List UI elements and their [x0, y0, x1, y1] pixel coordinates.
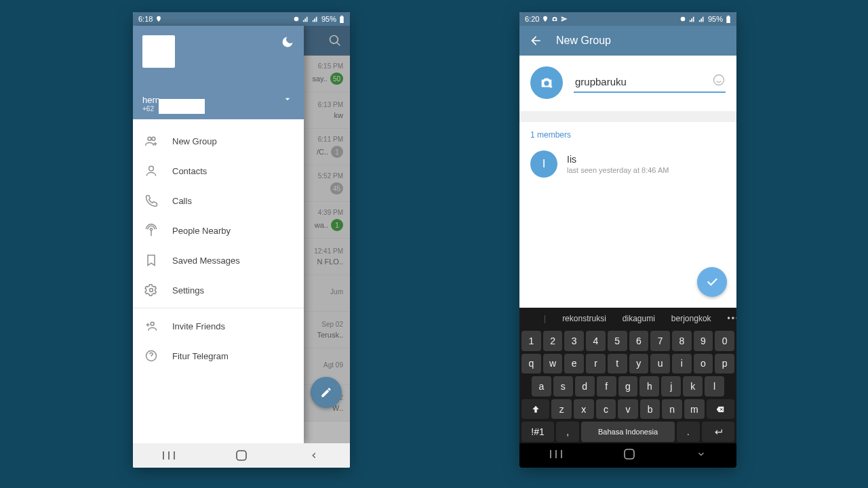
compose-fab[interactable] — [311, 377, 342, 408]
key-space[interactable]: Bahasa Indonesia — [581, 422, 674, 442]
emoji-button[interactable] — [712, 73, 726, 89]
status-battery: 95% — [321, 15, 336, 23]
key-2[interactable]: 2 — [543, 331, 563, 351]
location-icon — [542, 16, 549, 22]
menu-item-new-group[interactable]: New Group — [133, 126, 304, 156]
suggestion-2[interactable]: dikagumi — [623, 314, 655, 323]
key-x[interactable]: x — [574, 399, 594, 420]
menu-item-calls[interactable]: Calls — [133, 186, 304, 216]
key-k[interactable]: k — [683, 376, 703, 396]
key-b[interactable]: b — [640, 399, 660, 420]
member-row[interactable]: I Iis last seen yesterday at 8:46 AM — [519, 142, 736, 186]
key-3[interactable]: 3 — [564, 331, 584, 351]
navigation-drawer: hern +62 New GroupContactsCallsPeople Ne… — [133, 26, 304, 443]
send-icon — [561, 16, 568, 22]
set-photo-button[interactable] — [530, 66, 563, 99]
key-w[interactable]: w — [543, 354, 563, 374]
key-t[interactable]: t — [608, 354, 627, 374]
menu-item-invite-friends[interactable]: Invite Friends — [133, 311, 304, 341]
battery-icon — [726, 16, 731, 23]
back-button[interactable] — [307, 449, 321, 462]
menu-item-saved-messages[interactable]: Saved Messages — [133, 245, 304, 275]
key-o[interactable]: o — [694, 354, 713, 374]
key-e[interactable]: e — [564, 354, 584, 374]
pencil-icon — [320, 386, 332, 399]
avatar[interactable] — [142, 35, 175, 68]
key-v[interactable]: v — [618, 399, 638, 420]
signal-icon — [312, 16, 319, 22]
key-4[interactable]: 4 — [586, 331, 606, 351]
home-button[interactable] — [235, 449, 248, 462]
key-u[interactable]: u — [650, 354, 670, 374]
key-q[interactable]: q — [521, 354, 541, 374]
key-comma[interactable]: , — [556, 422, 579, 442]
key-p[interactable]: p — [715, 354, 734, 374]
svg-point-0 — [148, 137, 151, 140]
key-enter[interactable] — [702, 422, 734, 442]
key-a[interactable]: a — [532, 376, 551, 396]
keyboard-hide-button[interactable] — [696, 449, 706, 462]
key-d[interactable]: d — [575, 376, 595, 396]
key-5[interactable]: 5 — [608, 331, 627, 351]
suggestion-3[interactable]: berjongkok — [671, 314, 711, 323]
svg-point-1 — [152, 137, 155, 140]
status-battery: 95% — [708, 15, 723, 23]
recents-button[interactable] — [550, 449, 562, 462]
key-g[interactable]: g — [618, 376, 638, 396]
menu-item-fitur-telegram[interactable]: Fitur Telegram — [133, 341, 304, 371]
enter-icon — [713, 427, 724, 436]
svg-point-8 — [714, 75, 724, 85]
key-7[interactable]: 7 — [650, 331, 670, 351]
group-name-input[interactable] — [574, 73, 726, 93]
key-z[interactable]: z — [551, 399, 572, 420]
key-0[interactable]: 0 — [715, 331, 734, 351]
camera-icon — [551, 16, 558, 22]
svg-point-5 — [151, 322, 154, 325]
key-s[interactable]: s — [553, 376, 573, 396]
key-8[interactable]: 8 — [672, 331, 692, 351]
camera-plus-icon — [539, 75, 554, 90]
help-icon — [144, 348, 159, 363]
status-bar: 6:18 95% — [133, 12, 350, 26]
nearby-icon — [144, 223, 159, 238]
call-icon — [144, 193, 159, 208]
key-backspace[interactable] — [707, 399, 734, 420]
key-j[interactable]: j — [661, 376, 681, 396]
confirm-fab[interactable] — [697, 267, 727, 297]
back-arrow-icon[interactable] — [529, 34, 542, 47]
group-name-section — [519, 56, 736, 111]
members-count: 1 members — [530, 130, 726, 140]
menu-item-settings[interactable]: Settings — [133, 275, 304, 305]
menu-item-people-nearby[interactable]: People Nearby — [133, 216, 304, 245]
menu-item-label: New Group — [172, 136, 217, 146]
key-h[interactable]: h — [639, 376, 659, 396]
phone-left: 6:18 95% 6:15 PMsay..506:13 PMkw6:11 PM/… — [133, 12, 350, 468]
key-r[interactable]: r — [586, 354, 606, 374]
key-i[interactable]: i — [672, 354, 692, 374]
battery-icon — [339, 16, 344, 23]
key-6[interactable]: 6 — [629, 331, 649, 351]
menu-item-contacts[interactable]: Contacts — [133, 156, 304, 186]
key-9[interactable]: 9 — [694, 331, 713, 351]
key-1[interactable]: 1 — [521, 331, 541, 351]
key-c[interactable]: c — [596, 399, 616, 420]
recents-button[interactable] — [162, 449, 176, 462]
key-f[interactable]: f — [597, 376, 616, 396]
key-m[interactable]: m — [684, 399, 705, 420]
drawer-menu: New GroupContactsCallsPeople NearbySaved… — [133, 119, 304, 378]
smile-icon — [712, 73, 726, 87]
key-period[interactable]: . — [677, 422, 700, 442]
suggestion-1[interactable]: rekonstruksi — [562, 314, 606, 323]
members-header: 1 members — [519, 122, 736, 142]
night-mode-toggle[interactable] — [281, 35, 294, 52]
key-shift[interactable] — [521, 399, 549, 420]
more-suggestions[interactable]: ••• — [728, 314, 736, 323]
member-avatar: I — [530, 150, 557, 178]
member-name: Iis — [567, 154, 669, 165]
key-y[interactable]: y — [629, 354, 649, 374]
key-l[interactable]: l — [705, 376, 724, 396]
account-switcher[interactable] — [282, 94, 293, 107]
key-n[interactable]: n — [662, 399, 682, 420]
key-symbols[interactable]: !#1 — [521, 422, 554, 442]
home-button[interactable] — [624, 449, 635, 462]
